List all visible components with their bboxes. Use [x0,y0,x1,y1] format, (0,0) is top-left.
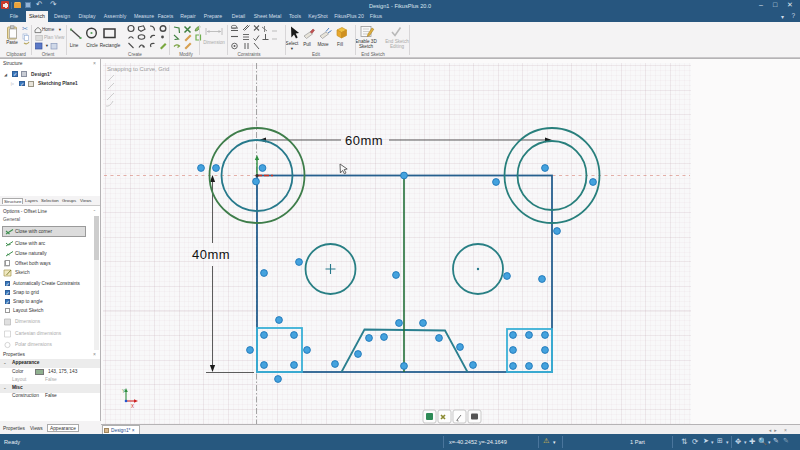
svg-text:60mm: 60mm [345,133,383,148]
svg-text:Y: Y [122,389,125,394]
svg-text:40mm: 40mm [192,247,230,262]
svg-text:✂: ✂ [22,25,28,32]
svg-text:X: X [131,404,134,409]
